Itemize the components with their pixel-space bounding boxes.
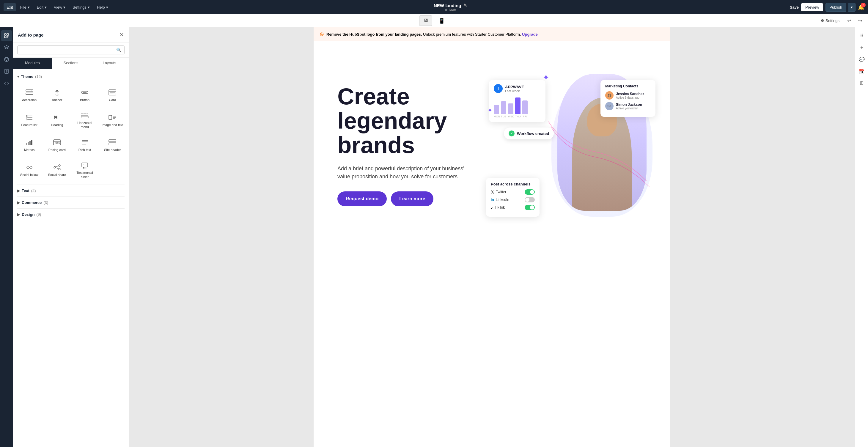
module-rich-text[interactable]: Rich text [72,133,98,157]
module-testimonial-slider[interactable]: " Testimonial slider [72,158,98,182]
theme-section-header[interactable]: ▾ Theme (15) [13,72,129,81]
sidebar-title: Add to page [18,32,44,37]
edit-menu[interactable]: Edit ▾ [34,3,50,11]
avatar-simon: SJ [605,102,614,110]
search-input[interactable] [21,48,115,52]
contact-row-1: JS Jessica Sanchez Active 9 days ago [605,91,651,100]
sidebar: Add to page ✕ 🔍 Modules Sections Layouts… [13,27,129,447]
canvas-inner: ⊕ Remove the HubSpot logo from your land… [314,27,670,447]
publish-button[interactable]: Publish [826,3,846,11]
calendar2-icon[interactable]: 🗓 [857,78,867,89]
text-section-header[interactable]: ▶ Text (4) [13,186,129,195]
button-label: Button [80,98,90,102]
label-mon: MON [494,115,499,118]
calendar-icon[interactable]: 📅 [857,66,867,77]
module-metrics[interactable]: Metrics [16,133,42,157]
edit-page-title-icon[interactable]: ✎ [463,3,467,8]
appwave-name: APPWAVE [505,85,524,89]
svg-rect-44 [29,141,31,145]
rich-text-label: Rich text [79,148,91,152]
site-header-icon [107,138,118,147]
svg-text:": " [83,163,85,166]
save-button[interactable]: Save [790,5,799,9]
star-icon[interactable]: ✦ [857,42,867,53]
text-section-label: Text [22,188,29,193]
accordion-label: Accordion [22,98,37,102]
svg-rect-45 [31,140,32,145]
module-social-share[interactable]: Social share [44,158,70,182]
module-button[interactable]: Button [72,83,98,107]
code-icon[interactable] [1,78,12,89]
commerce-chevron-icon: ▶ [17,201,20,205]
mobile-view-button[interactable]: 📱 [435,15,449,26]
main-layout: Add to page ✕ 🔍 Modules Sections Layouts… [0,27,868,447]
publish-dropdown-button[interactable]: ▾ [848,3,856,11]
tab-layouts[interactable]: Layouts [90,58,129,69]
pricing-card-icon: $99 [52,138,62,147]
notifications[interactable]: 🔔 2 [858,4,864,10]
view-menu[interactable]: View ▾ [51,3,68,11]
workflow-text: Workflow created [517,131,549,136]
bar-tue [501,101,506,114]
svg-rect-38 [109,115,112,120]
channel-info-twitter: 𝕏 Twitter [491,190,506,194]
module-image-text[interactable]: Image and text [99,108,126,132]
hero-buttons: Request demo Learn more [337,191,474,206]
module-accordion[interactable]: Accordion [16,83,42,107]
module-feature-list[interactable]: Feature list [16,108,42,132]
preview-button[interactable]: Preview [801,3,823,11]
pages-icon[interactable] [1,66,12,77]
tiktok-toggle[interactable] [525,205,535,210]
module-anchor[interactable]: Anchor [44,83,70,107]
desktop-view-button[interactable]: 🖥 [419,15,432,26]
learn-more-button[interactable]: Learn more [391,191,433,206]
search-icon[interactable]: 🔍 [116,47,121,52]
commerce-section-header[interactable]: ▶ Commerce (3) [13,198,129,207]
layers-icon[interactable] [1,42,12,53]
palette-icon[interactable] [1,54,12,65]
request-demo-button[interactable]: Request demo [337,191,387,206]
page-settings-button[interactable]: ⚙ Settings [818,17,842,25]
toggle-thumb-twitter [530,190,534,194]
module-site-header[interactable]: Site header [99,133,126,157]
undo-button[interactable]: ↩ [845,16,854,25]
nav-right: Save Preview Publish ▾ 🔔 2 [790,3,864,11]
svg-text:$99: $99 [55,142,60,145]
label-thu: THU [515,115,521,118]
bar-labels: MON TUE WED THU FRI [494,115,541,118]
svg-rect-21 [109,90,116,95]
tab-sections[interactable]: Sections [52,58,90,69]
grid-icon[interactable]: ⠿ [857,30,867,41]
notification-count: 2 [861,3,866,7]
horizontal-menu-label: Horizontal menu [73,121,97,129]
svg-point-67 [85,167,87,168]
help-menu[interactable]: Help ▾ [94,3,111,11]
redo-button[interactable]: ↪ [856,16,864,25]
tab-modules[interactable]: Modules [13,58,52,69]
svg-point-66 [84,167,85,168]
module-horizontal-menu[interactable]: Horizontal menu [72,108,98,132]
module-card[interactable]: Card [99,83,126,107]
file-menu[interactable]: File ▾ [17,3,33,11]
twitter-toggle[interactable] [525,189,535,195]
design-section-header[interactable]: ▶ Design (9) [13,210,129,219]
exit-button[interactable]: Exit [4,3,16,11]
settings-menu[interactable]: Settings ▾ [69,3,93,11]
linkedin-toggle[interactable] [525,197,535,202]
module-social-follow[interactable]: Social follow [16,158,42,182]
bar-chart [494,96,541,114]
button-icon [80,88,90,97]
add-module-icon[interactable] [1,30,12,41]
hubspot-icon: ⊕ [319,31,324,37]
module-heading[interactable]: H Heading [44,108,70,132]
hero-description: Add a brief and powerful description of … [337,165,474,181]
text-section-count: (4) [31,188,36,193]
appwave-header: f APPWAVE Last week [494,84,541,93]
upgrade-link[interactable]: Upgrade [522,32,538,37]
sidebar-close-button[interactable]: ✕ [120,32,124,38]
module-pricing-card[interactable]: $99 Pricing card [44,133,70,157]
nav-center: NEW landing ✎ Draft [111,3,790,11]
comment-icon[interactable]: 💬 [857,54,867,65]
theme-chevron-icon: ▾ [17,74,19,79]
testimonial-slider-label: Testimonial slider [73,171,97,179]
